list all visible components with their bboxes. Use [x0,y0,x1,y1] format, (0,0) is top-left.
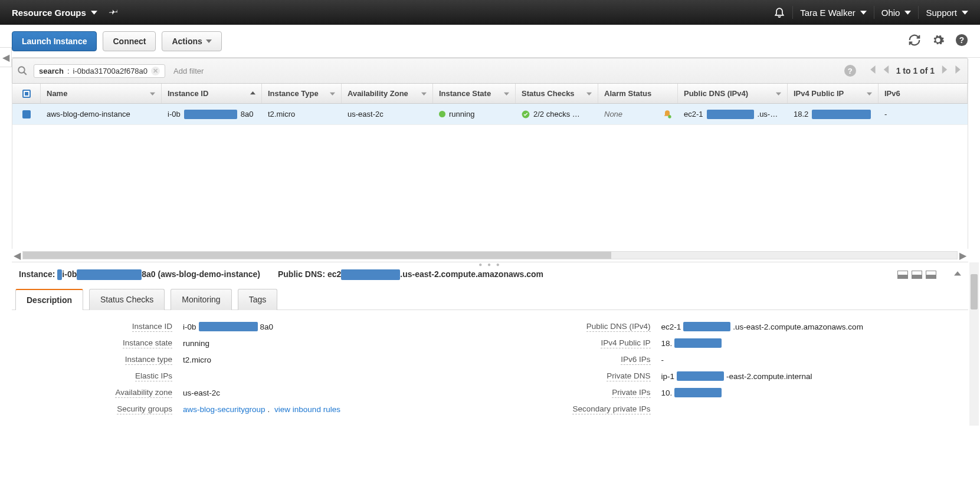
scroll-right-icon[interactable]: ▶ [958,250,968,261]
scroll-left-icon[interactable]: ◀ [12,250,22,261]
description-body: Instance IDi-0b8a0 Instance staterunning… [12,310,968,426]
action-toolbar: Launch Instance Connect Actions ? [0,25,980,58]
redacted [341,269,400,280]
cell-alarm: None [598,110,678,119]
chevron-down-icon [206,37,212,46]
tab-status-checks[interactable]: Status Checks [89,289,165,310]
filter-bar: search : i-0bda31700a2f678a0 ✕ Add filte… [12,58,968,84]
tab-description[interactable]: Description [15,289,83,310]
close-icon[interactable]: ✕ [151,67,160,75]
bell-icon[interactable] [773,6,785,19]
select-all-checkbox[interactable] [12,84,41,103]
tab-tags[interactable]: Tags [238,289,278,310]
running-icon [439,111,445,117]
view-inbound-rules-link[interactable]: view inbound rules [274,405,340,414]
detail-tabs: Description Status Checks Monitoring Tag… [12,288,968,310]
layout-toggles [897,271,936,279]
col-instance-id[interactable]: Instance ID [162,84,262,103]
col-name[interactable]: Name [41,84,162,103]
resource-groups-menu[interactable]: Resource Groups [8,5,101,20]
tab-monitoring[interactable]: Monitoring [171,289,231,310]
cell-checks: 2/2 checks … [516,110,598,118]
sort-icon [586,89,592,98]
connect-button[interactable]: Connect [103,31,156,51]
cell-instance-id: i-0b8a0 [162,110,262,119]
gear-icon[interactable] [932,34,945,49]
search-icon [17,65,28,76]
col-alarm[interactable]: Alarm Status [598,84,678,103]
col-az[interactable]: Availability Zone [342,84,433,103]
expand-sidebar-icon[interactable]: ◀ [0,47,12,67]
refresh-icon[interactable] [908,34,921,49]
svg-point-2 [18,67,25,73]
horizontal-scrollbar[interactable]: ◀ ▶ [12,249,968,262]
sort-icon [867,89,872,98]
resize-grip-icon[interactable]: ● ● ● [478,261,502,268]
redacted [707,110,754,119]
launch-instance-button[interactable]: Launch Instance [12,31,97,51]
cell-ip: 18.2 [788,110,879,119]
security-group-link[interactable]: aws-blog-securitygroup [183,405,266,414]
redacted [812,110,871,119]
cell-ipv6: - [879,110,968,118]
pager: 1 to 1 of 1 [868,65,963,76]
sort-asc-icon [250,89,255,98]
support-menu[interactable]: Support [922,5,972,20]
sort-icon [150,89,155,98]
vertical-scrollbar[interactable] [969,262,979,426]
sort-icon [330,89,335,98]
layout-compact-icon[interactable] [897,271,908,279]
sort-icon [776,89,781,98]
help-icon[interactable]: ? [955,34,968,49]
table-header-row: Name Instance ID Instance Type Availabil… [12,84,968,104]
sort-icon [504,89,509,98]
col-instance-type[interactable]: Instance Type [262,84,342,103]
chevron-down-icon [91,8,97,18]
layout-full-icon[interactable] [926,271,936,279]
layout-split-icon[interactable] [912,271,922,279]
svg-text:?: ? [959,35,964,44]
cell-type: t2.micro [262,110,342,118]
sort-icon [421,89,427,98]
cell-state: running [433,110,516,118]
row-checkbox[interactable] [22,110,31,118]
detail-panel: ● ● ● Instance: i-0b8a0 (aws-blog-demo-i… [12,262,968,426]
add-filter-input[interactable]: Add filter [171,64,206,78]
search-pill[interactable]: search : i-0bda31700a2f678a0 ✕ [34,64,165,78]
col-state[interactable]: Instance State [433,84,516,103]
page-first-icon[interactable] [868,65,876,76]
collapse-icon[interactable] [954,270,961,279]
table-row[interactable]: aws-blog-demo-instance i-0b8a0 t2.micro … [12,104,968,125]
page-prev-icon[interactable] [882,65,890,76]
col-ipv6[interactable]: IPv6 [879,84,968,103]
help-icon[interactable]: ? [844,65,856,77]
col-dns[interactable]: Public DNS (IPv4) [678,84,788,103]
pager-text: 1 to 1 of 1 [896,66,935,75]
region-menu[interactable]: Ohio [878,5,915,20]
col-checks[interactable]: Status Checks [516,84,598,103]
user-menu[interactable]: Tara E Walker [797,5,870,20]
redacted [77,269,142,280]
cell-az: us-east-2c [342,110,433,118]
pin-icon[interactable] [109,7,119,18]
cell-name: aws-blog-demo-instance [41,110,162,118]
check-ok-icon [522,110,530,118]
col-ip[interactable]: IPv4 Public IP [788,84,879,103]
page-last-icon[interactable] [955,65,963,76]
redacted [184,110,237,119]
alarm-bell-icon[interactable] [663,110,672,119]
actions-button[interactable]: Actions [162,31,221,51]
instances-table: Name Instance ID Instance Type Availabil… [12,84,968,249]
resource-groups-label: Resource Groups [12,8,86,18]
top-nav: Resource Groups Tara E Walker Ohio Suppo… [0,0,980,25]
cell-dns: ec2-1.us-… [678,110,788,119]
page-next-icon[interactable] [940,65,949,76]
svg-point-4 [668,115,671,118]
